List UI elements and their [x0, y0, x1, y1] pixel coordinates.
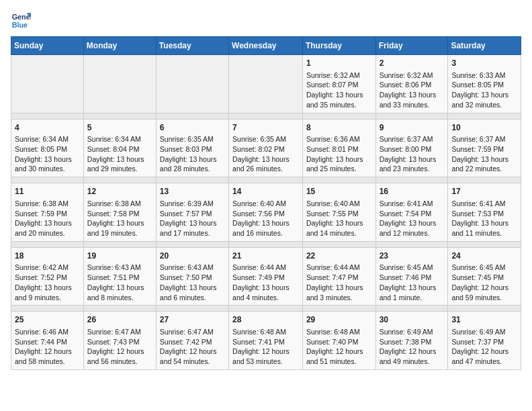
day-info: Sunrise: 6:47 AM Sunset: 7:42 PM Dayligh… — [160, 328, 217, 365]
day-info: Sunrise: 6:49 AM Sunset: 7:37 PM Dayligh… — [451, 328, 508, 365]
day-number: 1 — [306, 58, 372, 69]
day-info: Sunrise: 6:44 AM Sunset: 7:49 PM Dayligh… — [232, 263, 290, 301]
day-number: 29 — [306, 314, 372, 326]
day-cell: 9Sunrise: 6:37 AM Sunset: 8:00 PM Daylig… — [375, 119, 448, 177]
day-number: 18 — [15, 250, 80, 262]
day-cell: 15Sunrise: 6:40 AM Sunset: 7:55 PM Dayli… — [302, 183, 375, 242]
day-number: 14 — [232, 186, 299, 197]
separator-row — [11, 177, 521, 183]
day-number: 17 — [451, 186, 517, 197]
day-number: 11 — [15, 186, 80, 197]
day-cell: 25Sunrise: 6:46 AM Sunset: 7:44 PM Dayli… — [11, 312, 84, 370]
weekday-header-thursday: Thursday — [302, 37, 375, 55]
weekday-header-saturday: Saturday — [448, 37, 521, 55]
weekday-header-tuesday: Tuesday — [156, 37, 228, 55]
day-cell: 22Sunrise: 6:44 AM Sunset: 7:47 PM Dayli… — [302, 247, 375, 306]
day-info: Sunrise: 6:47 AM Sunset: 7:43 PM Dayligh… — [87, 328, 144, 365]
day-number: 16 — [380, 186, 445, 197]
day-cell: 31Sunrise: 6:49 AM Sunset: 7:37 PM Dayli… — [448, 312, 521, 370]
week-row-3: 18Sunrise: 6:42 AM Sunset: 7:52 PM Dayli… — [11, 247, 521, 306]
day-info: Sunrise: 6:48 AM Sunset: 7:40 PM Dayligh… — [306, 328, 363, 365]
separator-row — [11, 306, 521, 312]
day-number: 4 — [15, 122, 80, 134]
day-cell: 11Sunrise: 6:38 AM Sunset: 7:59 PM Dayli… — [11, 183, 84, 242]
week-row-2: 11Sunrise: 6:38 AM Sunset: 7:59 PM Dayli… — [11, 183, 521, 242]
day-cell: 27Sunrise: 6:47 AM Sunset: 7:42 PM Dayli… — [156, 312, 228, 370]
day-cell — [11, 55, 84, 113]
day-cell: 1Sunrise: 6:32 AM Sunset: 8:07 PM Daylig… — [302, 55, 375, 113]
day-info: Sunrise: 6:36 AM Sunset: 8:01 PM Dayligh… — [306, 135, 363, 173]
day-number: 8 — [306, 122, 372, 134]
day-info: Sunrise: 6:37 AM Sunset: 8:00 PM Dayligh… — [380, 135, 437, 173]
day-cell: 24Sunrise: 6:45 AM Sunset: 7:45 PM Dayli… — [448, 247, 521, 306]
day-cell: 28Sunrise: 6:48 AM Sunset: 7:41 PM Dayli… — [229, 312, 303, 370]
weekday-header-row: SundayMondayTuesdayWednesdayThursdayFrid… — [11, 37, 521, 55]
day-info: Sunrise: 6:35 AM Sunset: 8:02 PM Dayligh… — [232, 135, 290, 173]
day-info: Sunrise: 6:39 AM Sunset: 7:57 PM Dayligh… — [160, 199, 217, 237]
day-cell: 12Sunrise: 6:38 AM Sunset: 7:58 PM Dayli… — [83, 183, 156, 242]
day-number: 22 — [306, 250, 372, 262]
day-info: Sunrise: 6:49 AM Sunset: 7:38 PM Dayligh… — [380, 328, 437, 365]
weekday-header-wednesday: Wednesday — [229, 37, 303, 55]
separator-row — [11, 113, 521, 119]
day-cell: 3Sunrise: 6:33 AM Sunset: 8:05 PM Daylig… — [448, 55, 521, 113]
day-number: 6 — [160, 122, 225, 134]
week-row-4: 25Sunrise: 6:46 AM Sunset: 7:44 PM Dayli… — [11, 312, 521, 370]
day-info: Sunrise: 6:35 AM Sunset: 8:03 PM Dayligh… — [160, 135, 217, 173]
day-number: 23 — [380, 250, 445, 262]
day-info: Sunrise: 6:48 AM Sunset: 7:41 PM Dayligh… — [232, 328, 290, 365]
day-info: Sunrise: 6:42 AM Sunset: 7:52 PM Dayligh… — [15, 263, 72, 301]
day-cell — [83, 55, 156, 113]
day-number: 10 — [451, 122, 517, 134]
day-number: 27 — [160, 314, 225, 326]
day-cell: 26Sunrise: 6:47 AM Sunset: 7:43 PM Dayli… — [83, 312, 156, 370]
day-cell: 2Sunrise: 6:32 AM Sunset: 8:06 PM Daylig… — [375, 55, 448, 113]
day-number: 2 — [380, 58, 445, 69]
day-info: Sunrise: 6:41 AM Sunset: 7:54 PM Dayligh… — [380, 199, 437, 237]
day-info: Sunrise: 6:43 AM Sunset: 7:51 PM Dayligh… — [87, 263, 144, 301]
day-cell: 8Sunrise: 6:36 AM Sunset: 8:01 PM Daylig… — [302, 119, 375, 177]
day-info: Sunrise: 6:41 AM Sunset: 7:53 PM Dayligh… — [451, 199, 508, 237]
week-row-0: 1Sunrise: 6:32 AM Sunset: 8:07 PM Daylig… — [11, 55, 521, 113]
day-number: 5 — [87, 122, 152, 134]
day-cell: 5Sunrise: 6:34 AM Sunset: 8:04 PM Daylig… — [83, 119, 156, 177]
day-cell: 13Sunrise: 6:39 AM Sunset: 7:57 PM Dayli… — [156, 183, 228, 242]
day-cell — [156, 55, 228, 113]
day-number: 12 — [87, 186, 152, 197]
day-number: 19 — [87, 250, 152, 262]
day-info: Sunrise: 6:38 AM Sunset: 7:59 PM Dayligh… — [15, 199, 72, 237]
day-cell: 10Sunrise: 6:37 AM Sunset: 7:59 PM Dayli… — [448, 119, 521, 177]
day-cell: 20Sunrise: 6:43 AM Sunset: 7:50 PM Dayli… — [156, 247, 228, 306]
day-number: 31 — [451, 314, 517, 326]
day-cell: 30Sunrise: 6:49 AM Sunset: 7:38 PM Dayli… — [375, 312, 448, 370]
day-info: Sunrise: 6:37 AM Sunset: 7:59 PM Dayligh… — [451, 135, 508, 173]
day-info: Sunrise: 6:45 AM Sunset: 7:45 PM Dayligh… — [451, 263, 508, 301]
week-row-1: 4Sunrise: 6:34 AM Sunset: 8:05 PM Daylig… — [11, 119, 521, 177]
day-info: Sunrise: 6:45 AM Sunset: 7:46 PM Dayligh… — [380, 263, 437, 301]
day-cell — [229, 55, 303, 113]
day-number: 3 — [451, 58, 517, 69]
day-info: Sunrise: 6:46 AM Sunset: 7:44 PM Dayligh… — [15, 328, 72, 365]
weekday-header-monday: Monday — [83, 37, 156, 55]
svg-text:Blue: Blue — [12, 21, 28, 29]
day-cell: 7Sunrise: 6:35 AM Sunset: 8:02 PM Daylig… — [229, 119, 303, 177]
header: General Blue — [11, 11, 521, 31]
day-info: Sunrise: 6:32 AM Sunset: 8:07 PM Dayligh… — [306, 71, 363, 109]
day-cell: 18Sunrise: 6:42 AM Sunset: 7:52 PM Dayli… — [11, 247, 84, 306]
day-number: 13 — [160, 186, 225, 197]
day-cell: 4Sunrise: 6:34 AM Sunset: 8:05 PM Daylig… — [11, 119, 84, 177]
day-number: 20 — [160, 250, 225, 262]
day-number: 15 — [306, 186, 372, 197]
day-number: 7 — [232, 122, 299, 134]
day-info: Sunrise: 6:43 AM Sunset: 7:50 PM Dayligh… — [160, 263, 217, 301]
day-number: 9 — [380, 122, 445, 134]
day-cell: 21Sunrise: 6:44 AM Sunset: 7:49 PM Dayli… — [229, 247, 303, 306]
day-info: Sunrise: 6:33 AM Sunset: 8:05 PM Dayligh… — [451, 71, 508, 109]
calendar-table: SundayMondayTuesdayWednesdayThursdayFrid… — [11, 36, 521, 370]
day-info: Sunrise: 6:38 AM Sunset: 7:58 PM Dayligh… — [87, 199, 144, 237]
day-number: 25 — [15, 314, 80, 326]
logo: General Blue — [11, 11, 34, 31]
day-cell: 19Sunrise: 6:43 AM Sunset: 7:51 PM Dayli… — [83, 247, 156, 306]
separator-row — [11, 241, 521, 247]
day-cell: 17Sunrise: 6:41 AM Sunset: 7:53 PM Dayli… — [448, 183, 521, 242]
